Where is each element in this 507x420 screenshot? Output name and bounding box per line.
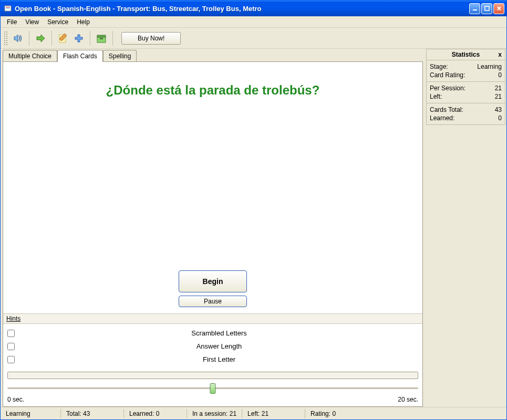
plus-icon: [73, 33, 85, 44]
hint-label-answer-length: Answer Length: [20, 342, 418, 350]
card-controls: Begin Pause: [3, 270, 422, 313]
stat-value: 21: [495, 85, 502, 92]
close-button[interactable]: [493, 3, 504, 14]
hint-checkbox-scrambled[interactable]: [7, 330, 15, 337]
timer-labels: 0 sec. 20 sec.: [7, 395, 418, 406]
app-icon: [4, 4, 12, 13]
timer-area: [3, 369, 422, 395]
timer-slider[interactable]: [7, 383, 418, 394]
stat-value: Learning: [477, 63, 502, 70]
minimize-button[interactable]: [469, 3, 480, 14]
timer-max-label: 20 sec.: [398, 396, 418, 403]
titlebar[interactable]: Open Book - Spanish-English - Transport:…: [1, 1, 506, 16]
tab-multiple-choice[interactable]: Multiple Choice: [3, 50, 57, 61]
note-button[interactable]: [55, 30, 71, 46]
tab-spelling[interactable]: Spelling: [103, 50, 137, 61]
sound-button[interactable]: [10, 30, 26, 46]
menu-service[interactable]: Service: [43, 17, 73, 27]
stat-row-per-session: Per Session: 21: [430, 84, 502, 92]
timer-min-label: 0 sec.: [7, 396, 24, 403]
hint-checkbox-answer-length[interactable]: [7, 343, 15, 350]
card-box-icon: [96, 33, 107, 44]
stat-label: Card Rating:: [430, 71, 465, 79]
stat-label: Stage:: [430, 63, 448, 70]
svg-rect-6: [97, 37, 106, 43]
question-text: ¿Dónde está la parada de trolebús?: [3, 62, 422, 98]
svg-rect-4: [485, 6, 489, 10]
stat-label: Per Session:: [430, 85, 465, 92]
stats-header: Statistics x: [427, 49, 505, 60]
window-title: Open Book - Spanish-English - Transport:…: [15, 5, 469, 13]
toolbar-separator: [90, 31, 90, 46]
status-learned: Learned: 0: [124, 409, 187, 418]
speaker-icon: [12, 33, 24, 44]
statusbar: Learning Total: 43 Learned: 0 In a sessi…: [1, 407, 506, 419]
status-rating: Rating: 0: [305, 409, 341, 418]
hint-label-scrambled: Scrambled Letters: [20, 329, 418, 337]
stat-label: Left:: [430, 93, 442, 100]
menu-view[interactable]: View: [21, 17, 43, 27]
stat-label: Learned:: [430, 114, 454, 122]
begin-button[interactable]: Begin: [179, 270, 247, 292]
toolbar-separator: [112, 31, 113, 46]
stat-value: 21: [495, 93, 502, 100]
hint-label-first-letter: First Letter: [20, 355, 418, 363]
status-left: Left: 21: [242, 409, 305, 418]
hint-row-answer-length: Answer Length: [7, 342, 418, 350]
minimize-icon: [472, 5, 478, 12]
stats-close-button[interactable]: x: [498, 51, 502, 58]
statistics-panel: Statistics x Stage: Learning Card Rating…: [425, 49, 506, 407]
stat-label: Cards Total:: [430, 106, 463, 113]
stat-row-stage: Stage: Learning: [430, 62, 502, 71]
hint-row-scrambled: Scrambled Letters: [7, 329, 418, 337]
progress-bar: [7, 372, 418, 379]
add-button[interactable]: [71, 30, 87, 46]
tab-strip: Multiple Choice Flash Cards Spelling: [3, 50, 423, 61]
window-controls: [469, 3, 504, 14]
svg-rect-8: [100, 38, 103, 39]
pause-button[interactable]: Pause: [179, 296, 247, 307]
hint-row-first-letter: First Letter: [7, 355, 418, 363]
content-row: Multiple Choice Flash Cards Spelling ¿Dó…: [1, 49, 506, 407]
stat-value: 43: [495, 106, 502, 113]
status-session: In a session: 21: [187, 409, 242, 418]
toolbar-separator: [29, 31, 29, 46]
stat-row-cards-total: Cards Total: 43: [430, 106, 502, 114]
stat-row-left: Left: 21: [430, 92, 502, 101]
stat-value: 0: [498, 114, 502, 122]
stats-title: Statistics: [452, 51, 480, 58]
svg-rect-1: [6, 7, 10, 7]
svg-rect-2: [6, 8, 10, 8]
buy-now-button[interactable]: Buy Now!: [121, 32, 181, 45]
stat-row-learned: Learned: 0: [430, 114, 502, 122]
toolbar-grip[interactable]: [4, 31, 8, 46]
main-column: Multiple Choice Flash Cards Spelling ¿Dó…: [1, 49, 425, 407]
close-icon: [496, 5, 502, 12]
flash-card-panel: ¿Dónde está la parada de trolebús? Begin…: [3, 61, 423, 407]
menu-file[interactable]: File: [3, 17, 21, 27]
status-mode: Learning: [1, 409, 61, 418]
stat-row-card-rating: Card Rating: 0: [430, 71, 502, 79]
menubar: File View Service Help: [1, 16, 506, 28]
hints-body: Scrambled Letters Answer Length First Le…: [3, 324, 422, 369]
stat-value: 0: [498, 71, 502, 79]
tab-flash-cards[interactable]: Flash Cards: [57, 50, 103, 62]
menu-help[interactable]: Help: [73, 17, 94, 27]
toolbar-separator: [51, 31, 52, 46]
svg-rect-3: [473, 9, 477, 10]
toolbar: Buy Now!: [1, 28, 506, 49]
maximize-button[interactable]: [481, 3, 492, 14]
maximize-icon: [484, 5, 490, 12]
arrow-right-icon: [35, 33, 46, 44]
status-total: Total: 43: [61, 409, 124, 418]
next-button[interactable]: [33, 30, 48, 46]
hint-checkbox-first-letter[interactable]: [7, 356, 15, 363]
app-window: Open Book - Spanish-English - Transport:…: [0, 0, 507, 420]
svg-rect-7: [97, 35, 106, 37]
cardbox-button[interactable]: [94, 30, 109, 46]
hints-header[interactable]: Hints: [3, 313, 422, 324]
notepad-icon: [57, 33, 69, 44]
slider-thumb[interactable]: [210, 383, 216, 394]
